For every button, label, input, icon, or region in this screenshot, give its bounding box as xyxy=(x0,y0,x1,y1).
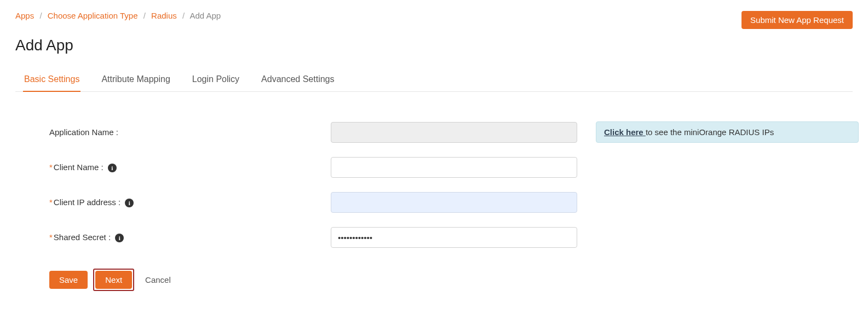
info-icon[interactable]: i xyxy=(125,199,134,207)
label-application-name: Application Name : xyxy=(49,127,312,137)
breadcrumb-separator: / xyxy=(39,11,42,20)
label-client-ip: *Client IP address : i xyxy=(49,197,312,207)
tab-login-policy[interactable]: Login Policy xyxy=(191,68,240,92)
breadcrumb-link-radius[interactable]: Radius xyxy=(151,11,177,20)
tabs: Basic Settings Attribute Mapping Login P… xyxy=(15,67,853,92)
breadcrumb-link-apps[interactable]: Apps xyxy=(15,11,34,20)
client-ip-input[interactable] xyxy=(331,192,577,213)
info-icon[interactable]: i xyxy=(108,164,117,172)
label-client-name: *Client Name : i xyxy=(49,162,312,172)
info-icon[interactable]: i xyxy=(115,234,124,242)
tab-basic-settings[interactable]: Basic Settings xyxy=(23,68,81,92)
page-title: Add App xyxy=(15,37,853,54)
submit-new-app-request-button[interactable]: Submit New App Request xyxy=(741,11,853,29)
shared-secret-input[interactable] xyxy=(331,227,577,248)
client-name-input[interactable] xyxy=(331,157,577,178)
breadcrumb-link-choose-type[interactable]: Choose Application Type xyxy=(48,11,138,20)
next-button-highlight: Next xyxy=(93,269,134,291)
application-name-input xyxy=(331,122,577,143)
breadcrumb-current: Add App xyxy=(189,11,221,20)
breadcrumb-separator: / xyxy=(182,11,185,20)
tab-advanced-settings[interactable]: Advanced Settings xyxy=(260,68,335,92)
label-shared-secret: *Shared Secret : i xyxy=(49,232,312,242)
tab-attribute-mapping[interactable]: Attribute Mapping xyxy=(100,68,171,92)
cancel-link[interactable]: Cancel xyxy=(145,275,171,284)
save-button[interactable]: Save xyxy=(49,271,88,289)
breadcrumb-separator: / xyxy=(143,11,146,20)
next-button[interactable]: Next xyxy=(95,271,132,289)
click-here-link[interactable]: Click here xyxy=(604,127,646,137)
info-box-text: to see the miniOrange RADIUS IPs xyxy=(646,127,774,137)
radius-ips-info-box: Click here to see the miniOrange RADIUS … xyxy=(596,121,859,143)
breadcrumb: Apps / Choose Application Type / Radius … xyxy=(15,11,221,20)
